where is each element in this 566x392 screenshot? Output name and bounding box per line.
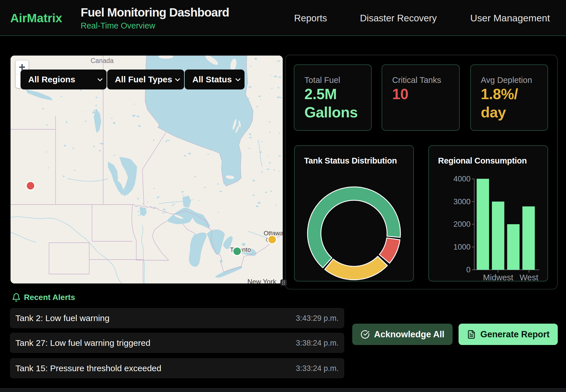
svg-text:1000: 1000 bbox=[453, 243, 471, 251]
svg-text:West: West bbox=[520, 273, 538, 282]
svg-text:New York: New York bbox=[247, 278, 276, 283]
svg-text:Midwest: Midwest bbox=[483, 273, 513, 282]
svg-text:4000: 4000 bbox=[453, 175, 471, 183]
svg-text:2000: 2000 bbox=[453, 220, 471, 228]
svg-text:Canada: Canada bbox=[91, 57, 114, 64]
svg-text:0: 0 bbox=[466, 266, 471, 274]
svg-text:3000: 3000 bbox=[453, 197, 471, 206]
